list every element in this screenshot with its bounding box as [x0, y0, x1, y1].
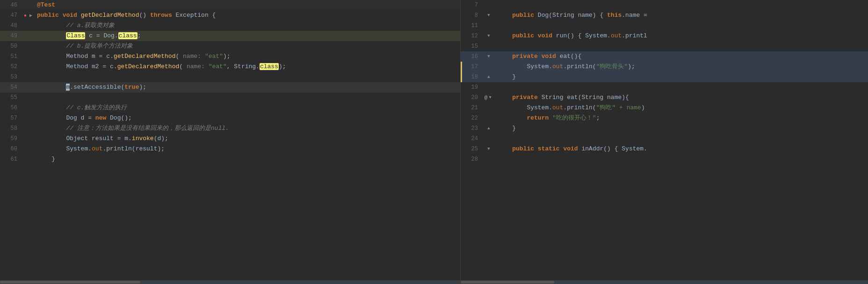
token-plain: Object result = m.: [37, 135, 132, 142]
line-gutter: ▼: [482, 51, 496, 62]
scrollbar-thumb-right[interactable]: [461, 281, 554, 284]
token-highlight: class: [260, 63, 279, 70]
line-number: 55: [0, 92, 21, 103]
token-plain: ): [641, 104, 645, 111]
token-param-hint: name:: [179, 53, 205, 60]
token-plain: (: [179, 63, 183, 70]
token-param-hint: name:: [183, 63, 209, 70]
line-gutter: [21, 0, 35, 10]
token-comment: // 注意：方法如果是没有结果回来的，那么返回的是null.: [37, 125, 229, 132]
scrollbar-thumb[interactable]: [0, 281, 140, 284]
line-number: 53: [0, 72, 21, 82]
token-keyword: void: [538, 32, 552, 39]
token-plain: inAddr() { System.: [578, 145, 647, 152]
token-plain: run() { System.: [552, 32, 611, 39]
token-comment: // c.触发方法的执行: [37, 104, 127, 111]
line-content: Method m2 = c.getDeclaredMethod( name: "…: [35, 62, 460, 72]
horizontal-scrollbar-right[interactable]: [461, 280, 868, 284]
token-plain: [534, 145, 538, 152]
token-plain: Exception {: [172, 12, 216, 19]
line-gutter: [482, 62, 496, 72]
token-highlight: Class: [66, 32, 85, 39]
line-number: 23: [461, 123, 482, 134]
token-keyword: void: [563, 145, 578, 152]
token-plain: [498, 32, 512, 39]
collapse-icon[interactable]: ▼: [486, 33, 492, 39]
table-row: 21 System.out.println("狗吃" + name): [461, 103, 868, 113]
token-plain: [498, 12, 512, 19]
token-plain: c = Dog.: [85, 32, 118, 39]
token-plain: [59, 12, 63, 19]
token-keyword: throws: [150, 12, 172, 19]
line-number: 49: [0, 31, 21, 41]
line-number: 25: [461, 144, 482, 154]
table-row: 46 @Test: [0, 0, 460, 10]
table-row: 23 ▲ }: [461, 123, 868, 134]
token-plain: [549, 114, 552, 121]
table-row: 7: [461, 0, 868, 10]
horizontal-scrollbar[interactable]: [0, 280, 460, 284]
token-plain: [77, 12, 81, 19]
table-row: 47 ● ▶ public void getDeclardMethod() th…: [0, 10, 460, 21]
collapse-icon[interactable]: ▼: [486, 146, 492, 152]
line-number: 19: [461, 82, 482, 92]
token-plain: eat(){: [556, 53, 582, 60]
token-plain: (d);: [154, 135, 168, 142]
line-gutter: [21, 92, 35, 103]
table-row: 8 ▼ public Dog(String name) { this.name …: [461, 10, 868, 21]
collapse-icon[interactable]: ▼: [486, 13, 492, 18]
collapse-icon[interactable]: ▼: [486, 54, 492, 59]
line-content: }: [496, 123, 868, 134]
table-row: 19: [461, 82, 868, 92]
bookmark-icon[interactable]: ▶: [28, 13, 34, 18]
line-content: [496, 154, 868, 164]
line-gutter: [21, 154, 35, 164]
token-keyword: @Test: [37, 1, 55, 8]
token-keyword: out: [552, 104, 563, 111]
line-content: public void run() { System.out.printl: [496, 31, 868, 41]
line-content: System.out.println(result);: [35, 144, 460, 154]
token-comment: // b.提取单个方法对象: [37, 43, 133, 50]
table-row: 60 System.out.println(result);: [0, 144, 460, 154]
table-row: 15: [461, 41, 868, 51]
line-number: 57: [0, 113, 21, 123]
line-number: 54: [0, 82, 21, 92]
line-gutter: [21, 62, 35, 72]
table-row: 56 // c.触发方法的执行: [0, 103, 460, 113]
token-plain: .println(: [563, 104, 596, 111]
token-plain: }: [498, 125, 516, 132]
collapse-icon[interactable]: ▼: [487, 95, 493, 100]
line-gutter: ▲: [482, 123, 496, 134]
token-keyword: out: [552, 63, 563, 70]
token-keyword: out: [611, 32, 622, 39]
line-gutter: [21, 41, 35, 51]
line-content: Object result = m.invoke(d);: [35, 134, 460, 144]
token-plain: , String.: [227, 63, 260, 70]
line-content: Class c = Dog.class;: [35, 31, 460, 41]
line-number: 16: [461, 51, 482, 62]
line-gutter: [21, 31, 35, 41]
line-number: 56: [0, 103, 21, 113]
collapse-end-icon[interactable]: ▲: [486, 126, 492, 131]
line-content: // c.触发方法的执行: [35, 103, 460, 113]
collapse-end-icon[interactable]: ▲: [486, 74, 492, 80]
table-row: 17 System.out.println("狗吃骨头");: [461, 62, 868, 72]
line-gutter: [21, 103, 35, 113]
breakpoint-icon[interactable]: ●: [22, 13, 28, 18]
line-content: Dog d = new Dog();: [35, 113, 460, 123]
token-keyword: true: [124, 84, 139, 91]
line-gutter: [482, 41, 496, 51]
table-row: 18 ▲ }: [461, 72, 868, 82]
table-row: 12 ▼ public void run() { System.out.prin…: [461, 31, 868, 41]
token-plain: .name =: [622, 12, 647, 19]
token-string: "狗吃" + name: [596, 104, 641, 111]
token-keyword: return: [527, 114, 549, 121]
token-keyword: private: [512, 53, 538, 60]
line-content: }: [496, 72, 868, 82]
line-gutter: [21, 123, 35, 134]
token-plain: [498, 94, 512, 101]
token-highlight: class: [118, 32, 137, 39]
token-plain: ;: [596, 114, 600, 121]
line-gutter: [482, 134, 496, 144]
line-gutter: [482, 103, 496, 113]
